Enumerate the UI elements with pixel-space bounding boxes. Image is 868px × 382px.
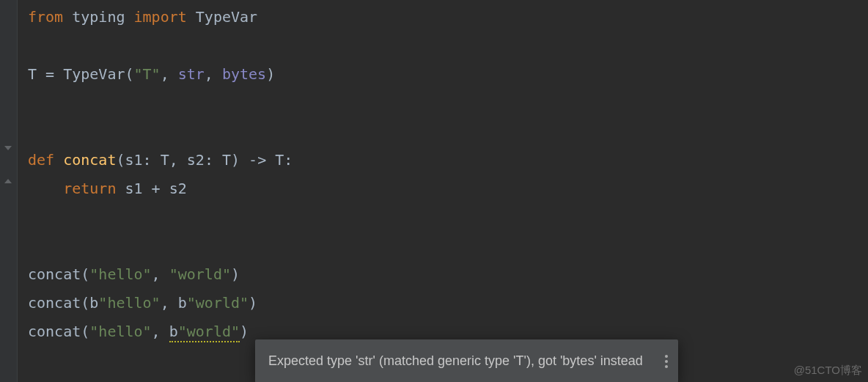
keyword-import: import xyxy=(134,8,187,26)
editor-gutter xyxy=(0,0,18,382)
code-line: from typing import TypeVar xyxy=(28,8,257,26)
code-line: return s1 + s2 xyxy=(28,180,187,197)
keyword-return: return xyxy=(63,180,116,197)
code-line: concat(b"hello", b"world") xyxy=(28,294,257,312)
code-line: T = TypeVar("T", str, bytes) xyxy=(28,65,275,83)
function-name: concat xyxy=(63,151,116,169)
keyword-from: from xyxy=(28,8,63,26)
fold-marker-def[interactable] xyxy=(3,144,13,156)
code-area[interactable]: from typing import TypeVar T = TypeVar("… xyxy=(18,0,293,382)
fold-marker-end[interactable] xyxy=(3,173,13,185)
code-editor[interactable]: from typing import TypeVar T = TypeVar("… xyxy=(0,0,868,382)
more-actions-icon[interactable] xyxy=(665,355,668,368)
type-warning[interactable]: b"world" xyxy=(169,323,240,342)
code-line: concat("hello", "world") xyxy=(28,265,240,283)
keyword-def: def xyxy=(28,151,54,169)
watermark: @51CTO博客 xyxy=(794,359,862,381)
inspection-tooltip[interactable]: Expected type 'str' (matched generic typ… xyxy=(255,339,678,382)
code-line: concat("hello", b"world") xyxy=(28,323,249,342)
tooltip-text: Expected type 'str' (matched generic typ… xyxy=(268,348,643,374)
code-line: def concat(s1: T, s2: T) -> T: xyxy=(28,151,293,169)
